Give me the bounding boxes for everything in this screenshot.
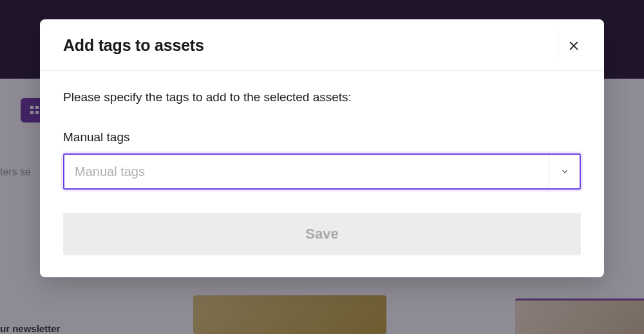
modal-body: Please specify the tags to add to the se… [40, 71, 604, 277]
manual-tags-label: Manual tags [63, 130, 581, 144]
close-icon [567, 39, 580, 52]
chevron-down-icon [560, 167, 569, 176]
instruction-text: Please specify the tags to add to the se… [63, 90, 581, 104]
close-button[interactable] [558, 30, 589, 61]
dropdown-toggle[interactable] [549, 155, 580, 188]
manual-tags-combobox[interactable] [63, 153, 581, 190]
manual-tags-input[interactable] [64, 155, 549, 188]
modal-header: Add tags to assets [40, 19, 604, 71]
add-tags-modal: Add tags to assets Please specify the ta… [40, 19, 604, 277]
modal-title: Add tags to assets [63, 36, 204, 55]
save-button[interactable]: Save [63, 213, 581, 255]
